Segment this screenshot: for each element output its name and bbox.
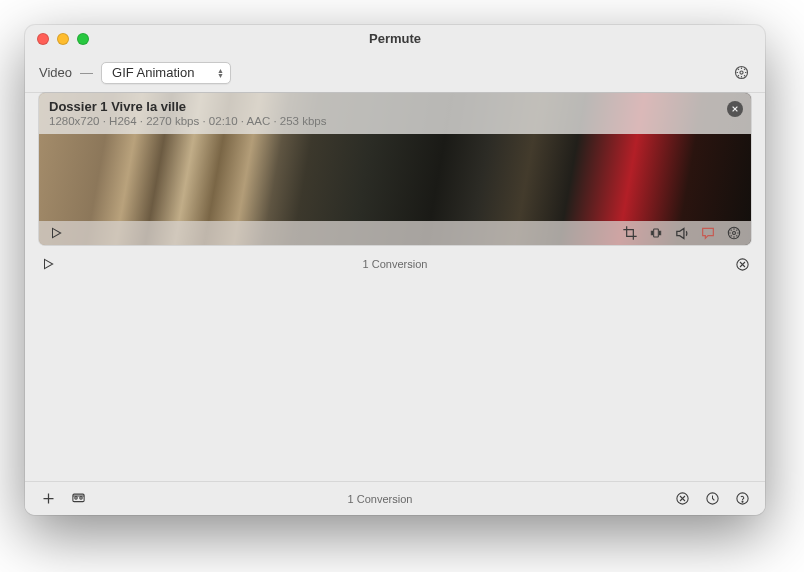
- zoom-window-button[interactable]: [77, 33, 89, 45]
- preset-select-value: GIF Animation: [112, 65, 194, 80]
- minimize-window-button[interactable]: [57, 33, 69, 45]
- clock-icon: [705, 491, 720, 506]
- bottom-status-label: 1 Conversion: [99, 493, 661, 505]
- svg-rect-2: [654, 229, 659, 237]
- toolbar: Video — GIF Animation ▲▼: [25, 53, 765, 93]
- gear-icon: [733, 64, 750, 81]
- help-button[interactable]: [733, 490, 751, 508]
- cancel-button[interactable]: [733, 255, 751, 273]
- preset-settings-button[interactable]: [731, 63, 751, 83]
- close-window-button[interactable]: [37, 33, 49, 45]
- trim-icon: [647, 226, 665, 240]
- separator: —: [80, 65, 93, 80]
- svg-point-8: [79, 497, 82, 500]
- start-button[interactable]: [39, 255, 57, 273]
- conversion-item[interactable]: Dossier 1 Vivre la ville 1280x720 · H264…: [39, 93, 751, 245]
- svg-point-7: [74, 497, 77, 500]
- svg-point-4: [733, 232, 736, 235]
- play-icon: [49, 226, 63, 240]
- status-row: 1 Conversion: [25, 245, 765, 275]
- status-label: 1 Conversion: [57, 258, 733, 270]
- volume-button[interactable]: [673, 224, 691, 242]
- app-window: Permute Video — GIF Animation ▲▼ Dossier…: [25, 25, 765, 515]
- gear-icon: [726, 225, 742, 241]
- category-label: Video: [39, 65, 72, 80]
- window-title: Permute: [25, 31, 765, 46]
- play-icon: [41, 257, 55, 271]
- item-play-button[interactable]: [47, 224, 65, 242]
- crop-icon: [622, 225, 638, 241]
- stepper-icon: ▲▼: [217, 68, 224, 78]
- item-header: Dossier 1 Vivre la ville 1280x720 · H264…: [39, 93, 751, 134]
- cancel-icon: [675, 491, 690, 506]
- chat-icon: [700, 225, 716, 241]
- bottom-bar: 1 Conversion: [25, 481, 765, 515]
- help-icon: [735, 491, 750, 506]
- item-title: Dossier 1 Vivre la ville: [49, 99, 721, 114]
- history-button[interactable]: [703, 490, 721, 508]
- subtitles-button[interactable]: [699, 224, 717, 242]
- item-metadata: 1280x720 · H264 · 2270 kbps · 02:10 · AA…: [49, 115, 721, 127]
- content-area: Dossier 1 Vivre la ville 1280x720 · H264…: [25, 93, 765, 245]
- close-icon: [731, 105, 739, 113]
- window-controls: [25, 33, 89, 45]
- device-icon: [70, 491, 87, 506]
- cancel-icon: [735, 257, 750, 272]
- clear-all-button[interactable]: [673, 490, 691, 508]
- item-toolbar: [39, 221, 751, 245]
- titlebar: Permute: [25, 25, 765, 53]
- svg-point-12: [742, 501, 743, 502]
- speaker-icon: [674, 225, 691, 242]
- device-button[interactable]: [69, 490, 87, 508]
- remove-item-button[interactable]: [727, 101, 743, 117]
- plus-icon: [41, 491, 56, 506]
- preset-select[interactable]: GIF Animation ▲▼: [101, 62, 231, 84]
- empty-area: [25, 275, 765, 481]
- add-button[interactable]: [39, 490, 57, 508]
- item-settings-button[interactable]: [725, 224, 743, 242]
- crop-button[interactable]: [621, 224, 639, 242]
- trim-button[interactable]: [647, 224, 665, 242]
- svg-point-1: [739, 71, 742, 74]
